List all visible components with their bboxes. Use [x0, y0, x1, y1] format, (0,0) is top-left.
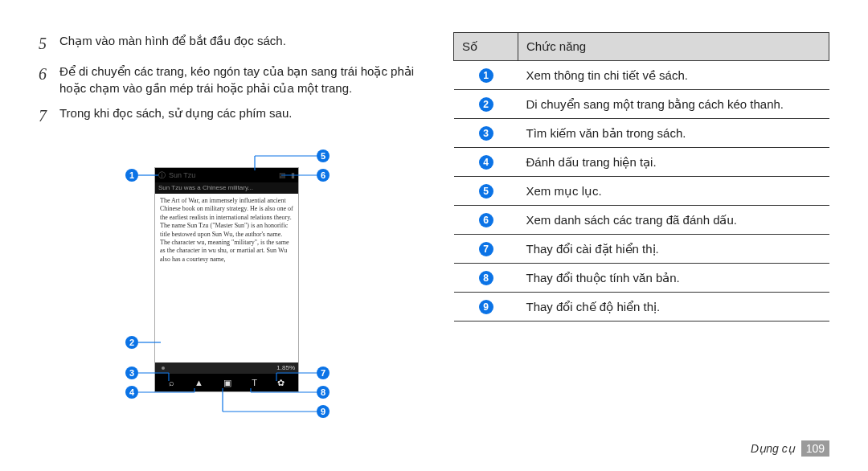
- row-badge: 5: [479, 184, 493, 199]
- callout-3: 3: [125, 367, 138, 379]
- footer-page-number: 109: [801, 440, 829, 457]
- table-row: 3Tìm kiếm văn bản trong sách.: [454, 119, 829, 148]
- phone-topbar: ⓘ Sun Tzu ▤ ▮: [155, 168, 298, 182]
- table-row: 5Xem mục lục.: [454, 177, 829, 206]
- search-icon: ⌕: [169, 378, 174, 387]
- row-text: Thay đổi chế độ hiển thị.: [518, 293, 829, 322]
- bookmark-list-icon: ▮: [291, 171, 295, 179]
- step-number: 6: [39, 63, 55, 96]
- table-header-row: Số Chức năng: [454, 33, 829, 61]
- manual-page: 5 Chạm vào màn hình để bắt đầu đọc sách.…: [0, 0, 868, 471]
- callout-5: 5: [317, 149, 330, 162]
- table-row: 2Di chuyển sang một trang bằng cách kéo …: [454, 90, 829, 119]
- settings-icon: ✿: [277, 378, 285, 388]
- row-badge: 8: [479, 271, 493, 285]
- callout-4: 4: [125, 386, 138, 399]
- step-item: 5 Chạm vào màn hình để bắt đầu đọc sách.: [39, 32, 415, 55]
- th-number: Số: [454, 33, 518, 61]
- row-text: Xem thông tin chi tiết về sách.: [518, 61, 829, 90]
- phone-mockup: 1 2 3 4 5 6 7 8 9 ⓘ Sun Tzu ▤ ▮ Sun Tzu …: [82, 135, 371, 424]
- info-icon: ⓘ: [158, 170, 166, 181]
- phone-frame: ⓘ Sun Tzu ▤ ▮ Sun Tzu was a Chinese mili…: [154, 167, 299, 392]
- toc-icon: ▤: [279, 171, 286, 179]
- progress-handle-icon: [162, 367, 165, 370]
- step-number: 5: [39, 32, 55, 55]
- function-table: Số Chức năng 1Xem thông tin chi tiết về …: [453, 32, 829, 322]
- table-row: 8Thay đổi thuộc tính văn bản.: [454, 264, 829, 293]
- table-row: 1Xem thông tin chi tiết về sách.: [454, 61, 829, 90]
- right-column: Số Chức năng 1Xem thông tin chi tiết về …: [434, 32, 829, 439]
- callout-1: 1: [125, 169, 138, 182]
- row-text: Đánh dấu trang hiện tại.: [518, 148, 829, 177]
- table-row: 4Đánh dấu trang hiện tại.: [454, 148, 829, 177]
- step-number: 7: [39, 104, 55, 127]
- phone-subtitle: Sun Tzu was a Chinese military...: [155, 182, 298, 194]
- row-badge: 6: [479, 213, 493, 227]
- row-text: Tìm kiếm văn bản trong sách.: [518, 119, 829, 148]
- callout-7: 7: [317, 367, 330, 379]
- callout-8: 8: [317, 386, 330, 399]
- row-text: Xem mục lục.: [518, 177, 829, 206]
- footer-section-label: Dụng cụ: [751, 442, 795, 455]
- row-badge: 9: [479, 300, 493, 314]
- callout-9: 9: [317, 405, 330, 418]
- step-text: Chạm vào màn hình để bắt đầu đọc sách.: [59, 32, 415, 55]
- row-badge: 1: [479, 68, 493, 83]
- table-row: 9Thay đổi chế độ hiển thị.: [454, 293, 829, 322]
- row-badge: 7: [479, 242, 493, 256]
- text-icon: T: [252, 378, 257, 387]
- step-item: 7 Trong khi đọc sách, sử dụng các phím s…: [39, 104, 415, 127]
- step-item: 6 Để di chuyển các trang, kéo ngón tay c…: [39, 63, 415, 96]
- step-text: Trong khi đọc sách, sử dụng các phím sau…: [59, 104, 415, 127]
- step-text: Để di chuyển các trang, kéo ngón tay của…: [59, 63, 415, 96]
- callout-6: 6: [317, 169, 330, 182]
- phone-content: The Art of War, an immensely influential…: [155, 194, 298, 362]
- th-function: Chức năng: [518, 33, 829, 61]
- table-row: 7Thay đổi cài đặt hiển thị.: [454, 235, 829, 264]
- topbar-title: Sun Tzu: [169, 171, 195, 179]
- row-badge: 3: [479, 126, 493, 141]
- row-text: Xem danh sách các trang đã đánh dấu.: [518, 206, 829, 235]
- progress-percent: 1.85%: [276, 364, 295, 371]
- callout-2: 2: [125, 336, 138, 349]
- table-row: 6Xem danh sách các trang đã đánh dấu.: [454, 206, 829, 235]
- page-footer: Dụng cụ 109: [751, 440, 829, 457]
- row-text: Thay đổi thuộc tính văn bản.: [518, 264, 829, 293]
- bookmark-icon: ▲: [194, 378, 203, 387]
- row-text: Di chuyển sang một trang bằng cách kéo t…: [518, 90, 829, 119]
- phone-bottombar: ⌕ ▲ ▣ T ✿: [155, 374, 298, 391]
- left-column: 5 Chạm vào màn hình để bắt đầu đọc sách.…: [39, 32, 434, 439]
- phone-progress: 1.85%: [155, 362, 298, 374]
- view-icon: ▣: [223, 378, 231, 388]
- row-badge: 4: [479, 155, 493, 170]
- row-text: Thay đổi cài đặt hiển thị.: [518, 235, 829, 264]
- row-badge: 2: [479, 97, 493, 112]
